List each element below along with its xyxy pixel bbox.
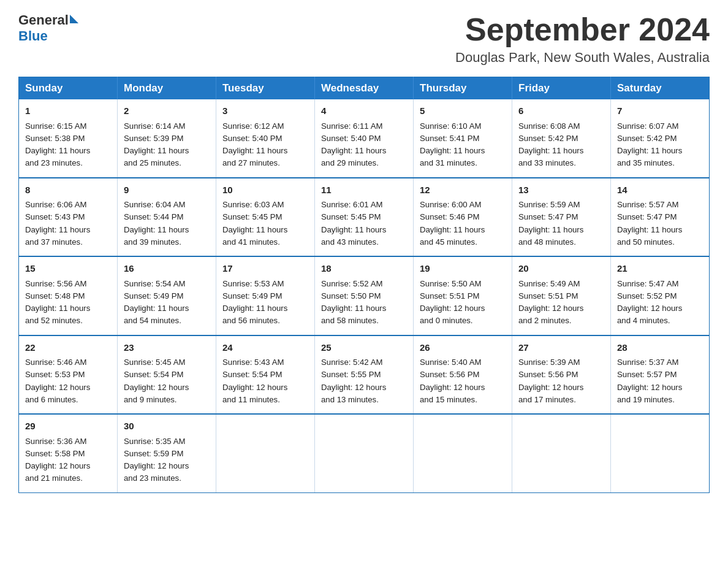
logo-general-text: General [18, 12, 69, 28]
title-area: September 2024 Douglas Park, New South W… [455, 12, 710, 66]
day-number: 27 [518, 341, 604, 355]
calendar-cell: 15Sunrise: 5:56 AMSunset: 5:48 PMDayligh… [19, 256, 118, 335]
day-number: 30 [124, 419, 210, 434]
day-info-block: Sunrise: 5:57 AMSunset: 5:47 PMDaylight:… [617, 200, 682, 247]
location-title: Douglas Park, New South Wales, Australia [455, 50, 710, 66]
page-header: General Blue September 2024 Douglas Park… [18, 12, 710, 66]
weekday-header-thursday: Thursday [414, 77, 512, 100]
calendar-cell [512, 414, 611, 492]
day-info-block: Sunrise: 5:36 AMSunset: 5:58 PMDaylight:… [25, 437, 90, 483]
calendar-cell: 21Sunrise: 5:47 AMSunset: 5:52 PMDayligh… [611, 256, 710, 335]
calendar-cell: 8Sunrise: 6:06 AMSunset: 5:43 PMDaylight… [19, 178, 118, 257]
calendar-cell [414, 414, 512, 492]
day-info-block: Sunrise: 5:37 AMSunset: 5:57 PMDaylight:… [617, 358, 682, 404]
calendar-week-row: 1Sunrise: 6:15 AMSunset: 5:38 PMDaylight… [19, 99, 710, 178]
logo: General Blue [18, 12, 78, 45]
calendar-cell: 6Sunrise: 6:08 AMSunset: 5:42 PMDaylight… [512, 99, 611, 178]
day-info-block: Sunrise: 5:35 AMSunset: 5:59 PMDaylight:… [124, 437, 189, 483]
calendar-cell: 24Sunrise: 5:43 AMSunset: 5:54 PMDayligh… [216, 335, 315, 415]
day-info-block: Sunrise: 6:04 AMSunset: 5:44 PMDaylight:… [124, 200, 189, 247]
calendar-cell [315, 414, 414, 492]
calendar-cell: 4Sunrise: 6:11 AMSunset: 5:40 PMDaylight… [315, 99, 414, 178]
day-number: 5 [420, 104, 506, 118]
day-number: 23 [124, 341, 210, 355]
day-info-block: Sunrise: 6:15 AMSunset: 5:38 PMDaylight:… [25, 121, 90, 168]
day-number: 12 [420, 183, 506, 197]
day-number: 4 [321, 104, 407, 118]
weekday-header-tuesday: Tuesday [216, 77, 315, 100]
day-info-block: Sunrise: 5:47 AMSunset: 5:52 PMDaylight:… [617, 279, 682, 326]
weekday-header-monday: Monday [118, 77, 216, 100]
day-number: 22 [25, 341, 111, 355]
calendar-table: SundayMondayTuesdayWednesdayThursdayFrid… [18, 77, 710, 493]
calendar-week-row: 8Sunrise: 6:06 AMSunset: 5:43 PMDaylight… [19, 178, 710, 257]
day-info-block: Sunrise: 5:49 AMSunset: 5:51 PMDaylight:… [518, 279, 583, 326]
day-info-block: Sunrise: 5:43 AMSunset: 5:54 PMDaylight:… [222, 358, 287, 404]
weekday-header-wednesday: Wednesday [315, 77, 414, 100]
calendar-cell: 3Sunrise: 6:12 AMSunset: 5:40 PMDaylight… [216, 99, 315, 178]
day-number: 10 [222, 183, 308, 197]
day-info-block: Sunrise: 6:14 AMSunset: 5:39 PMDaylight:… [124, 121, 189, 168]
day-number: 20 [518, 262, 604, 276]
calendar-cell: 17Sunrise: 5:53 AMSunset: 5:49 PMDayligh… [216, 256, 315, 335]
day-number: 6 [518, 104, 604, 118]
weekday-header-row: SundayMondayTuesdayWednesdayThursdayFrid… [19, 77, 710, 100]
day-info-block: Sunrise: 5:56 AMSunset: 5:48 PMDaylight:… [25, 279, 90, 326]
calendar-cell [216, 414, 315, 492]
calendar-cell: 11Sunrise: 6:01 AMSunset: 5:45 PMDayligh… [315, 178, 414, 257]
day-info-block: Sunrise: 6:01 AMSunset: 5:45 PMDaylight:… [321, 200, 386, 247]
day-info-block: Sunrise: 5:46 AMSunset: 5:53 PMDaylight:… [25, 358, 90, 404]
day-number: 9 [124, 183, 210, 197]
day-info-block: Sunrise: 5:53 AMSunset: 5:49 PMDaylight:… [222, 279, 287, 326]
day-number: 1 [25, 104, 111, 118]
calendar-cell: 29Sunrise: 5:36 AMSunset: 5:58 PMDayligh… [19, 414, 118, 492]
calendar-cell: 13Sunrise: 5:59 AMSunset: 5:47 PMDayligh… [512, 178, 611, 257]
day-info-block: Sunrise: 5:54 AMSunset: 5:49 PMDaylight:… [124, 279, 189, 326]
calendar-cell: 12Sunrise: 6:00 AMSunset: 5:46 PMDayligh… [414, 178, 512, 257]
day-number: 15 [25, 262, 111, 276]
calendar-cell: 25Sunrise: 5:42 AMSunset: 5:55 PMDayligh… [315, 335, 414, 415]
day-info-block: Sunrise: 6:07 AMSunset: 5:42 PMDaylight:… [617, 121, 682, 168]
day-info-block: Sunrise: 5:45 AMSunset: 5:54 PMDaylight:… [124, 358, 189, 404]
calendar-cell: 19Sunrise: 5:50 AMSunset: 5:51 PMDayligh… [414, 256, 512, 335]
weekday-header-sunday: Sunday [19, 77, 118, 100]
day-number: 11 [321, 183, 407, 197]
day-number: 29 [25, 419, 111, 434]
day-number: 25 [321, 341, 407, 355]
calendar-cell: 18Sunrise: 5:52 AMSunset: 5:50 PMDayligh… [315, 256, 414, 335]
day-number: 2 [124, 104, 210, 118]
day-info-block: Sunrise: 5:50 AMSunset: 5:51 PMDaylight:… [420, 279, 485, 326]
calendar-cell: 7Sunrise: 6:07 AMSunset: 5:42 PMDaylight… [611, 99, 710, 178]
calendar-cell: 22Sunrise: 5:46 AMSunset: 5:53 PMDayligh… [19, 335, 118, 415]
day-info-block: Sunrise: 5:40 AMSunset: 5:56 PMDaylight:… [420, 358, 485, 404]
calendar-cell: 14Sunrise: 5:57 AMSunset: 5:47 PMDayligh… [611, 178, 710, 257]
day-number: 19 [420, 262, 506, 276]
calendar-week-row: 29Sunrise: 5:36 AMSunset: 5:58 PMDayligh… [19, 414, 710, 492]
calendar-week-row: 22Sunrise: 5:46 AMSunset: 5:53 PMDayligh… [19, 335, 710, 415]
logo-triangle-icon [70, 15, 78, 23]
day-number: 17 [222, 262, 308, 276]
day-info-block: Sunrise: 6:03 AMSunset: 5:45 PMDaylight:… [222, 200, 287, 247]
calendar-cell: 10Sunrise: 6:03 AMSunset: 5:45 PMDayligh… [216, 178, 315, 257]
logo-blue-text: Blue [18, 28, 48, 44]
weekday-header-saturday: Saturday [611, 77, 710, 100]
day-number: 28 [617, 341, 703, 355]
day-info-block: Sunrise: 6:08 AMSunset: 5:42 PMDaylight:… [518, 121, 583, 168]
day-number: 24 [222, 341, 308, 355]
day-number: 8 [25, 183, 111, 197]
day-number: 16 [124, 262, 210, 276]
day-info-block: Sunrise: 6:11 AMSunset: 5:40 PMDaylight:… [321, 121, 386, 168]
calendar-cell: 26Sunrise: 5:40 AMSunset: 5:56 PMDayligh… [414, 335, 512, 415]
calendar-cell: 1Sunrise: 6:15 AMSunset: 5:38 PMDaylight… [19, 99, 118, 178]
day-number: 21 [617, 262, 703, 276]
calendar-cell: 20Sunrise: 5:49 AMSunset: 5:51 PMDayligh… [512, 256, 611, 335]
calendar-cell: 23Sunrise: 5:45 AMSunset: 5:54 PMDayligh… [118, 335, 216, 415]
calendar-cell: 27Sunrise: 5:39 AMSunset: 5:56 PMDayligh… [512, 335, 611, 415]
calendar-cell: 30Sunrise: 5:35 AMSunset: 5:59 PMDayligh… [118, 414, 216, 492]
day-info-block: Sunrise: 6:12 AMSunset: 5:40 PMDaylight:… [222, 121, 287, 168]
calendar-week-row: 15Sunrise: 5:56 AMSunset: 5:48 PMDayligh… [19, 256, 710, 335]
calendar-cell: 5Sunrise: 6:10 AMSunset: 5:41 PMDaylight… [414, 99, 512, 178]
calendar-cell: 9Sunrise: 6:04 AMSunset: 5:44 PMDaylight… [118, 178, 216, 257]
day-number: 14 [617, 183, 703, 197]
calendar-cell: 2Sunrise: 6:14 AMSunset: 5:39 PMDaylight… [118, 99, 216, 178]
